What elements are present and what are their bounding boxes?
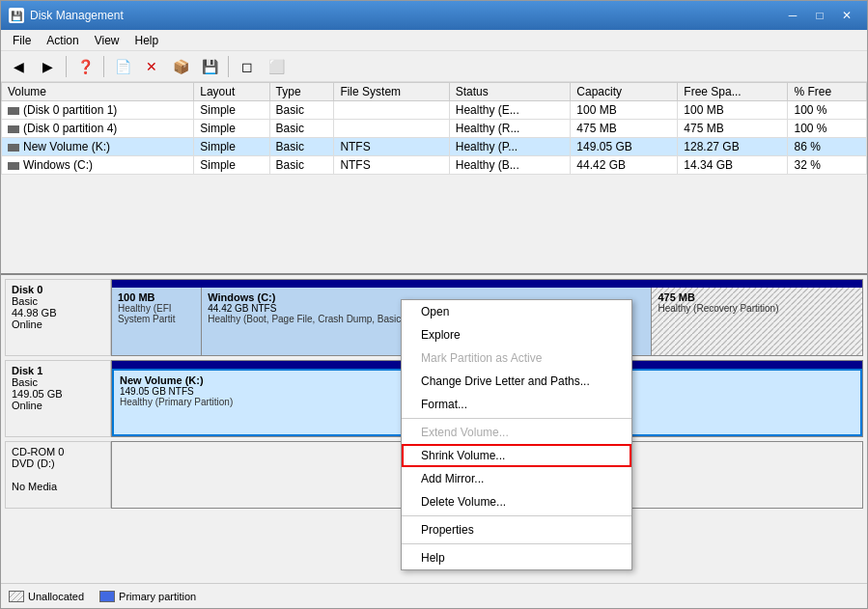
disk0-efi-partition[interactable]: 100 MB Healthy (EFI System Partit	[112, 288, 202, 355]
efi-desc: Healthy (EFI System Partit	[118, 303, 195, 324]
window-title: Disk Management	[30, 9, 124, 22]
ctx-properties[interactable]: Properties	[402, 518, 631, 541]
cell-type: Basic	[269, 120, 334, 138]
toolbar-help[interactable]: ❓	[71, 54, 98, 79]
cell-layout: Simple	[194, 138, 269, 156]
ctx-delete[interactable]: Delete Volume...	[402, 490, 631, 513]
toolbar-b2[interactable]: ⬜	[263, 54, 290, 79]
toolbar: ◀ ▶ ❓ 📄 ✕ 📦 💾 ◻ ⬜	[1, 51, 867, 82]
menu-action[interactable]: Action	[39, 32, 86, 49]
cell-fs: NTFS	[334, 156, 449, 175]
disk0-status: Online	[12, 318, 104, 330]
toolbar-doc[interactable]: 📄	[109, 54, 136, 79]
legend-primary-label: Primary partition	[119, 591, 196, 602]
ctx-sep-1	[402, 418, 631, 419]
disk1-size: 149.05 GB	[12, 388, 104, 400]
toolbar-save[interactable]: 💾	[196, 54, 223, 79]
toolbar-delete[interactable]: ✕	[138, 54, 165, 79]
ctx-sep-2	[402, 515, 631, 516]
table-row[interactable]: Windows (C:) Simple Basic NTFS Healthy (…	[2, 156, 867, 175]
maximize-button[interactable]: □	[807, 6, 832, 25]
ctx-explore[interactable]: Explore	[402, 323, 631, 346]
table-row[interactable]: (Disk 0 partition 1) Simple Basic Health…	[2, 101, 867, 120]
ctx-sep-3	[402, 543, 631, 544]
toolbar-forward[interactable]: ▶	[34, 54, 61, 79]
legend-primary-box	[99, 591, 115, 602]
table-row[interactable]: (Disk 0 partition 4) Simple Basic Health…	[2, 120, 867, 138]
disk0-bar	[112, 280, 862, 288]
close-button[interactable]: ✕	[834, 6, 859, 25]
toolbar-b1[interactable]: ◻	[234, 54, 261, 79]
menu-help[interactable]: Help	[127, 32, 167, 49]
cell-type: Basic	[269, 156, 334, 175]
cell-volume: New Volume (K:)	[2, 138, 194, 156]
title-bar-left: 💾 Disk Management	[9, 8, 124, 23]
ctx-help[interactable]: Help	[402, 546, 631, 569]
cell-capacity: 100 MB	[571, 101, 678, 120]
col-status[interactable]: Status	[449, 83, 571, 101]
cell-status: Healthy (R...	[449, 120, 571, 138]
col-type[interactable]: Type	[269, 83, 334, 101]
cdrom0-label: CD-ROM 0 DVD (D:) No Media	[5, 441, 111, 509]
cell-free: 475 MB	[678, 120, 788, 138]
minimize-button[interactable]: ─	[780, 6, 805, 25]
rec-desc: Healthy (Recovery Partition)	[658, 303, 856, 314]
ctx-open[interactable]: Open	[402, 300, 631, 323]
volume-table: Volume Layout Type File System Status Ca…	[1, 82, 867, 175]
cell-capacity: 475 MB	[571, 120, 678, 138]
legend: Unallocated Primary partition	[1, 583, 867, 608]
col-volume[interactable]: Volume	[2, 83, 194, 101]
cdrom0-drive: DVD (D:)	[12, 457, 104, 469]
cdrom0-media: No Media	[12, 481, 104, 492]
cell-volume: (Disk 0 partition 1)	[2, 101, 194, 120]
cell-free: 128.27 GB	[678, 138, 788, 156]
ctx-change-letter[interactable]: Change Drive Letter and Paths...	[402, 370, 631, 393]
cell-layout: Simple	[194, 101, 269, 120]
cell-fs: NTFS	[334, 138, 449, 156]
table-row[interactable]: New Volume (K:) Simple Basic NTFS Health…	[2, 138, 867, 156]
col-pct[interactable]: % Free	[788, 83, 867, 101]
col-fs[interactable]: File System	[334, 83, 449, 101]
cell-fs	[334, 120, 449, 138]
cell-free: 14.34 GB	[678, 156, 788, 175]
menu-file[interactable]: File	[5, 32, 39, 49]
cdrom0-name: CD-ROM 0	[12, 446, 104, 457]
cell-status: Healthy (P...	[449, 138, 571, 156]
cell-fs	[334, 101, 449, 120]
col-free[interactable]: Free Spa...	[678, 83, 788, 101]
disk1-name: Disk 1	[12, 365, 104, 376]
cell-layout: Simple	[194, 120, 269, 138]
col-layout[interactable]: Layout	[194, 83, 269, 101]
disk0-recovery-partition[interactable]: 475 MB Healthy (Recovery Partition)	[652, 288, 862, 355]
ctx-format[interactable]: Format...	[402, 393, 631, 416]
ctx-add-mirror[interactable]: Add Mirror...	[402, 467, 631, 490]
menu-bar: File Action View Help	[1, 30, 867, 51]
disk0-name: Disk 0	[12, 284, 104, 295]
context-menu: Open Explore Mark Partition as Active Ch…	[401, 299, 632, 570]
toolbar-sep-1	[66, 56, 67, 77]
ctx-shrink[interactable]: Shrink Volume...	[402, 444, 631, 467]
col-capacity[interactable]: Capacity	[571, 83, 678, 101]
ctx-mark-active: Mark Partition as Active	[402, 346, 631, 370]
title-bar: 💾 Disk Management ─ □ ✕	[1, 1, 867, 30]
legend-unalloc: Unallocated	[9, 591, 84, 602]
cell-volume: Windows (C:)	[2, 156, 194, 175]
cell-free: 100 MB	[678, 101, 788, 120]
toolbar-sep-3	[228, 56, 229, 77]
cell-pct: 100 %	[788, 120, 867, 138]
disk1-label: Disk 1 Basic 149.05 GB Online	[5, 360, 111, 437]
cell-pct: 32 %	[788, 156, 867, 175]
title-controls: ─ □ ✕	[780, 6, 859, 25]
cell-capacity: 149.05 GB	[571, 138, 678, 156]
rec-size: 475 MB	[658, 291, 856, 303]
app-icon: 💾	[9, 8, 24, 23]
toolbar-pkg[interactable]: 📦	[167, 54, 194, 79]
cell-pct: 86 %	[788, 138, 867, 156]
cell-status: Healthy (B...	[449, 156, 571, 175]
toolbar-back[interactable]: ◀	[5, 54, 32, 79]
menu-view[interactable]: View	[87, 32, 127, 49]
efi-size: 100 MB	[118, 291, 195, 303]
disk0-type: Basic	[12, 295, 104, 307]
disk1-type: Basic	[12, 376, 104, 388]
disk0-size: 44.98 GB	[12, 307, 104, 318]
